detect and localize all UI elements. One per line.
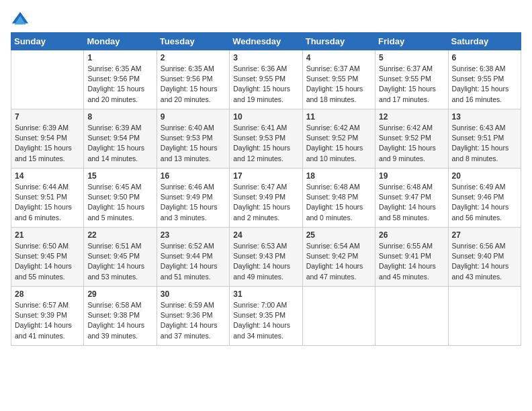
sunrise-text: Sunrise: 6:56 AM xyxy=(452,242,506,250)
sunset-text: Sunset: 9:41 PM xyxy=(379,252,431,260)
daylight-text: Daylight: 15 hours and 8 minutes. xyxy=(452,144,509,162)
sunset-text: Sunset: 9:45 PM xyxy=(15,252,67,260)
daylight-text: Daylight: 14 hours and 53 minutes. xyxy=(87,262,144,280)
sunset-text: Sunset: 9:52 PM xyxy=(306,134,359,142)
day-number: 14 xyxy=(15,171,80,181)
calendar-cell: 31 Sunrise: 7:00 AM Sunset: 9:35 PM Dayl… xyxy=(230,287,302,346)
daylight-text: Daylight: 14 hours and 56 minutes. xyxy=(452,203,509,221)
day-number: 19 xyxy=(379,171,444,181)
calendar-cell xyxy=(448,287,521,346)
day-number: 31 xyxy=(233,289,298,299)
day-info: Sunrise: 6:39 AM Sunset: 9:54 PM Dayligh… xyxy=(15,123,80,164)
calendar-cell: 7 Sunrise: 6:39 AM Sunset: 9:54 PM Dayli… xyxy=(11,109,84,169)
sunrise-text: Sunrise: 6:39 AM xyxy=(87,124,141,132)
sunrise-text: Sunrise: 6:38 AM xyxy=(452,64,506,73)
daylight-text: Daylight: 15 hours and 20 minutes. xyxy=(161,85,218,103)
daylight-text: Daylight: 14 hours and 37 minutes. xyxy=(161,321,218,339)
day-info: Sunrise: 6:51 AM Sunset: 9:45 PM Dayligh… xyxy=(87,241,152,282)
sunset-text: Sunset: 9:54 PM xyxy=(87,134,140,142)
sunset-text: Sunset: 9:50 PM xyxy=(87,193,140,201)
day-number: 22 xyxy=(87,230,152,240)
daylight-text: Daylight: 14 hours and 49 minutes. xyxy=(233,262,290,280)
day-info: Sunrise: 7:00 AM Sunset: 9:35 PM Dayligh… xyxy=(233,300,298,341)
sunrise-text: Sunrise: 6:43 AM xyxy=(452,124,506,132)
day-number: 10 xyxy=(233,112,298,122)
day-info: Sunrise: 6:46 AM Sunset: 9:49 PM Dayligh… xyxy=(161,182,226,223)
sunset-text: Sunset: 9:36 PM xyxy=(161,311,213,319)
day-number: 30 xyxy=(161,289,226,299)
day-number: 5 xyxy=(379,53,444,62)
daylight-text: Daylight: 15 hours and 18 minutes. xyxy=(306,85,363,103)
day-info: Sunrise: 6:54 AM Sunset: 9:42 PM Dayligh… xyxy=(306,241,371,282)
sunset-text: Sunset: 9:44 PM xyxy=(161,252,213,260)
sunrise-text: Sunrise: 6:46 AM xyxy=(161,183,214,191)
weekday-header-thursday: Thursday xyxy=(302,33,375,50)
week-row-5: 28 Sunrise: 6:57 AM Sunset: 9:39 PM Dayl… xyxy=(11,287,521,346)
calendar-cell: 8 Sunrise: 6:39 AM Sunset: 9:54 PM Dayli… xyxy=(84,109,157,169)
day-info: Sunrise: 6:48 AM Sunset: 9:47 PM Dayligh… xyxy=(379,182,444,223)
sunset-text: Sunset: 9:55 PM xyxy=(379,75,431,83)
sunrise-text: Sunrise: 6:55 AM xyxy=(379,242,433,250)
daylight-text: Daylight: 15 hours and 16 minutes. xyxy=(452,85,509,103)
sunrise-text: Sunrise: 6:37 AM xyxy=(306,64,360,73)
sunrise-text: Sunrise: 6:48 AM xyxy=(379,183,433,191)
calendar-cell: 21 Sunrise: 6:50 AM Sunset: 9:45 PM Dayl… xyxy=(11,228,84,287)
calendar-cell: 15 Sunrise: 6:45 AM Sunset: 9:50 PM Dayl… xyxy=(84,169,157,228)
sunrise-text: Sunrise: 6:54 AM xyxy=(306,242,360,250)
sunset-text: Sunset: 9:48 PM xyxy=(306,193,359,201)
weekday-header-row: SundayMondayTuesdayWednesdayThursdayFrid… xyxy=(11,33,521,50)
daylight-text: Daylight: 15 hours and 12 minutes. xyxy=(233,144,290,162)
day-info: Sunrise: 6:43 AM Sunset: 9:51 PM Dayligh… xyxy=(452,123,517,164)
daylight-text: Daylight: 15 hours and 20 minutes. xyxy=(87,85,144,103)
day-info: Sunrise: 6:41 AM Sunset: 9:53 PM Dayligh… xyxy=(233,123,298,164)
calendar-cell: 24 Sunrise: 6:53 AM Sunset: 9:43 PM Dayl… xyxy=(230,228,302,287)
sunrise-text: Sunrise: 6:37 AM xyxy=(379,64,433,73)
daylight-text: Daylight: 15 hours and 13 minutes. xyxy=(161,144,218,162)
calendar-cell: 13 Sunrise: 6:43 AM Sunset: 9:51 PM Dayl… xyxy=(448,109,521,169)
sunrise-text: Sunrise: 6:40 AM xyxy=(161,124,214,132)
day-number: 26 xyxy=(379,230,444,240)
daylight-text: Daylight: 14 hours and 58 minutes. xyxy=(379,203,436,221)
calendar-cell: 22 Sunrise: 6:51 AM Sunset: 9:45 PM Dayl… xyxy=(84,228,157,287)
day-number: 29 xyxy=(87,289,152,299)
sunrise-text: Sunrise: 7:00 AM xyxy=(233,301,287,309)
sunset-text: Sunset: 9:40 PM xyxy=(452,252,504,260)
day-info: Sunrise: 6:35 AM Sunset: 9:56 PM Dayligh… xyxy=(87,64,152,105)
sunrise-text: Sunrise: 6:51 AM xyxy=(87,242,141,250)
day-info: Sunrise: 6:42 AM Sunset: 9:52 PM Dayligh… xyxy=(306,123,371,164)
sunset-text: Sunset: 9:38 PM xyxy=(87,311,140,319)
calendar-cell xyxy=(302,287,375,346)
sunset-text: Sunset: 9:42 PM xyxy=(306,252,359,260)
day-number: 16 xyxy=(161,171,226,181)
sunset-text: Sunset: 9:45 PM xyxy=(87,252,140,260)
day-info: Sunrise: 6:52 AM Sunset: 9:44 PM Dayligh… xyxy=(161,241,226,282)
weekday-header-saturday: Saturday xyxy=(448,33,521,50)
day-info: Sunrise: 6:44 AM Sunset: 9:51 PM Dayligh… xyxy=(15,182,80,223)
day-number: 27 xyxy=(452,230,517,240)
calendar-cell: 28 Sunrise: 6:57 AM Sunset: 9:39 PM Dayl… xyxy=(11,287,84,346)
day-info: Sunrise: 6:55 AM Sunset: 9:41 PM Dayligh… xyxy=(379,241,444,282)
day-number: 2 xyxy=(161,53,226,62)
day-number: 15 xyxy=(87,171,152,181)
day-number: 1 xyxy=(87,53,152,62)
calendar-cell: 27 Sunrise: 6:56 AM Sunset: 9:40 PM Dayl… xyxy=(448,228,521,287)
weekday-header-friday: Friday xyxy=(375,33,448,50)
daylight-text: Daylight: 15 hours and 5 minutes. xyxy=(87,203,144,221)
calendar-cell: 11 Sunrise: 6:42 AM Sunset: 9:52 PM Dayl… xyxy=(302,109,375,169)
sunset-text: Sunset: 9:55 PM xyxy=(452,75,504,83)
sunrise-text: Sunrise: 6:58 AM xyxy=(87,301,141,309)
calendar-cell: 29 Sunrise: 6:58 AM Sunset: 9:38 PM Dayl… xyxy=(84,287,157,346)
daylight-text: Daylight: 15 hours and 3 minutes. xyxy=(161,203,218,221)
day-info: Sunrise: 6:40 AM Sunset: 9:53 PM Dayligh… xyxy=(161,123,226,164)
sunset-text: Sunset: 9:46 PM xyxy=(452,193,504,201)
day-info: Sunrise: 6:56 AM Sunset: 9:40 PM Dayligh… xyxy=(452,241,517,282)
calendar-cell: 3 Sunrise: 6:36 AM Sunset: 9:55 PM Dayli… xyxy=(230,50,302,109)
sunrise-text: Sunrise: 6:36 AM xyxy=(233,64,287,73)
calendar-cell: 4 Sunrise: 6:37 AM Sunset: 9:55 PM Dayli… xyxy=(302,50,375,109)
day-info: Sunrise: 6:48 AM Sunset: 9:48 PM Dayligh… xyxy=(306,182,371,223)
daylight-text: Daylight: 14 hours and 51 minutes. xyxy=(161,262,218,280)
sunrise-text: Sunrise: 6:41 AM xyxy=(233,124,287,132)
sunrise-text: Sunrise: 6:42 AM xyxy=(306,124,360,132)
day-info: Sunrise: 6:45 AM Sunset: 9:50 PM Dayligh… xyxy=(87,182,152,223)
calendar-table: SundayMondayTuesdayWednesdayThursdayFrid… xyxy=(11,32,521,346)
